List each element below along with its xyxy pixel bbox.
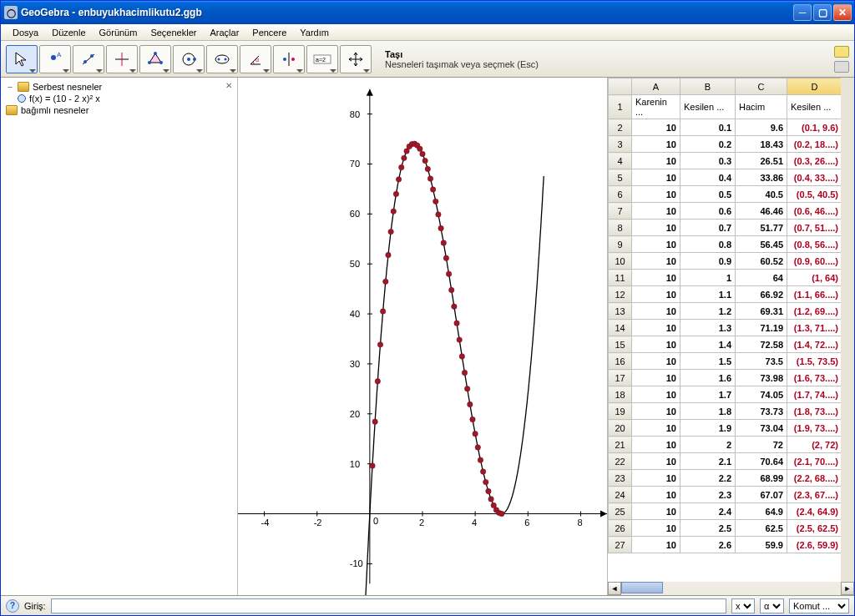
row-header[interactable]: 18: [609, 386, 632, 403]
cell[interactable]: 18.43: [736, 136, 787, 153]
cell[interactable]: 2.2: [680, 470, 736, 487]
cell[interactable]: 2.5: [680, 520, 736, 537]
tool-perpendicular[interactable]: [106, 45, 138, 73]
cell[interactable]: 0.5: [680, 186, 736, 203]
cell[interactable]: 10: [632, 386, 680, 403]
cell[interactable]: (1.9, 73....): [787, 420, 842, 437]
tool-move[interactable]: [6, 45, 38, 73]
menu-duzenle[interactable]: Düzenle: [45, 26, 92, 39]
table-row[interactable]: 23102.268.99(2.2, 68....): [609, 470, 842, 487]
row-header[interactable]: 17: [609, 370, 632, 386]
col-header-B[interactable]: B: [680, 78, 736, 95]
cell[interactable]: 59.9: [736, 537, 787, 553]
cell[interactable]: 10: [632, 320, 680, 336]
cell[interactable]: 1.4: [680, 336, 736, 353]
table-row[interactable]: 13101.269.31(1.2, 69....): [609, 303, 842, 320]
cell[interactable]: 10: [632, 203, 680, 220]
cell[interactable]: 46.46: [736, 203, 787, 220]
cell[interactable]: (0.1, 9.6): [787, 119, 842, 136]
cell[interactable]: (0.8, 56....): [787, 236, 842, 253]
tree-function-f[interactable]: f(x) = (10 - 2 x)² x: [3, 93, 235, 104]
algebra-panel[interactable]: ✕ − Serbest nesneler f(x) = (10 - 2 x)² …: [1, 78, 238, 595]
cell[interactable]: 10: [632, 370, 680, 386]
tool-line[interactable]: [73, 45, 104, 73]
cell[interactable]: 70.64: [736, 453, 787, 470]
cell[interactable]: 0.8: [680, 236, 736, 253]
menu-gorunum[interactable]: Görünüm: [93, 26, 144, 39]
cell[interactable]: 10: [632, 119, 680, 136]
cell[interactable]: (1.5, 73.5): [787, 353, 842, 370]
cell[interactable]: 9.6: [736, 119, 787, 136]
table-row[interactable]: 25102.464.9(2.4, 64.9): [609, 503, 842, 520]
cell[interactable]: 66.92: [736, 286, 787, 303]
row-header[interactable]: 19: [609, 403, 632, 420]
table-row[interactable]: 19101.873.73(1.8, 73....): [609, 403, 842, 420]
cell[interactable]: 69.31: [736, 303, 787, 320]
cell[interactable]: 10: [632, 487, 680, 503]
cell[interactable]: 2: [680, 437, 736, 453]
cell[interactable]: (0.2, 18....): [787, 136, 842, 153]
cell[interactable]: (2.4, 64.9): [787, 503, 842, 520]
row-header[interactable]: 12: [609, 286, 632, 303]
symbol-select-1[interactable]: x: [731, 598, 755, 613]
row-header[interactable]: 4: [609, 153, 632, 169]
table-row[interactable]: 14101.371.19(1.3, 71....): [609, 320, 842, 336]
row-header[interactable]: 26: [609, 520, 632, 537]
cell[interactable]: (0.3, 26....): [787, 153, 842, 169]
row-header[interactable]: 21: [609, 437, 632, 453]
cell[interactable]: 10: [632, 336, 680, 353]
cell[interactable]: (1.3, 71....): [787, 320, 842, 336]
cell[interactable]: 68.99: [736, 470, 787, 487]
cell[interactable]: 10: [632, 270, 680, 286]
cell[interactable]: 10: [632, 470, 680, 487]
cell[interactable]: 1.6: [680, 370, 736, 386]
cell[interactable]: 10: [632, 353, 680, 370]
row-header[interactable]: 22: [609, 453, 632, 470]
col-header-A[interactable]: A: [632, 78, 680, 95]
cell[interactable]: 67.07: [736, 487, 787, 503]
col-header-D[interactable]: D: [787, 78, 842, 95]
cell[interactable]: (1.1, 66....): [787, 286, 842, 303]
cell[interactable]: 72: [736, 437, 787, 453]
cell[interactable]: 0.6: [680, 203, 736, 220]
tool-move-view[interactable]: [340, 45, 372, 73]
tool-point[interactable]: A: [39, 45, 71, 73]
cell[interactable]: 2.3: [680, 487, 736, 503]
table-row[interactable]: 17101.673.98(1.6, 73....): [609, 370, 842, 386]
header-cell-A[interactable]: Karenin ...: [632, 95, 680, 119]
command-select[interactable]: Komut ...: [789, 598, 849, 613]
object-visibility-icon[interactable]: [18, 94, 26, 103]
row-header[interactable]: 8: [609, 220, 632, 236]
cell[interactable]: (1.2, 69....): [787, 303, 842, 320]
cell[interactable]: 40.5: [736, 186, 787, 203]
table-row[interactable]: 2100.19.6(0.1, 9.6): [609, 119, 842, 136]
cell[interactable]: 1.8: [680, 403, 736, 420]
table-row[interactable]: 6100.540.5(0.5, 40.5): [609, 186, 842, 203]
cell[interactable]: (1.8, 73....): [787, 403, 842, 420]
cell[interactable]: 1.9: [680, 420, 736, 437]
tool-polygon[interactable]: [139, 45, 171, 73]
cell[interactable]: (1.4, 72....): [787, 336, 842, 353]
cell[interactable]: 10: [632, 169, 680, 186]
row-header[interactable]: 9: [609, 236, 632, 253]
cell[interactable]: 74.05: [736, 386, 787, 403]
table-row[interactable]: 16101.573.5(1.5, 73.5): [609, 353, 842, 370]
cell[interactable]: 1: [680, 270, 736, 286]
collapse-icon[interactable]: −: [6, 82, 14, 92]
table-row[interactable]: 12101.166.92(1.1, 66....): [609, 286, 842, 303]
cell[interactable]: 10: [632, 303, 680, 320]
cell[interactable]: 10: [632, 253, 680, 270]
scroll-thumb[interactable]: [621, 582, 663, 593]
cell[interactable]: 10: [632, 186, 680, 203]
cell[interactable]: 71.19: [736, 320, 787, 336]
cell[interactable]: 10: [632, 153, 680, 169]
table-row[interactable]: 2110272(2, 72): [609, 437, 842, 453]
cell[interactable]: (0.9, 60....): [787, 253, 842, 270]
row-header[interactable]: 27: [609, 537, 632, 553]
scroll-right-button[interactable]: ►: [841, 582, 854, 595]
cell[interactable]: 1.3: [680, 320, 736, 336]
cell[interactable]: 10: [632, 520, 680, 537]
command-input[interactable]: [51, 598, 726, 613]
cell[interactable]: 1.2: [680, 303, 736, 320]
scroll-track[interactable]: [621, 582, 841, 595]
